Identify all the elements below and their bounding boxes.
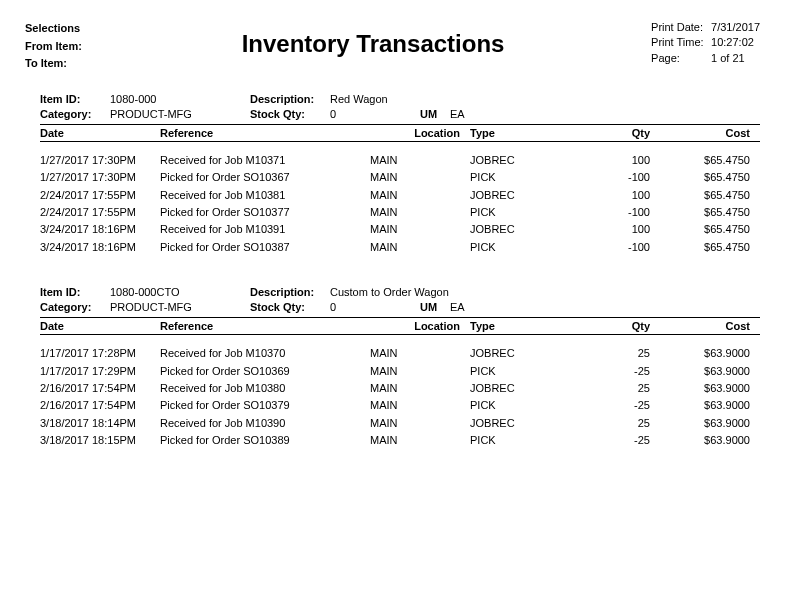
description-value: Custom to Order Wagon (330, 286, 449, 298)
cell-cost: $63.9000 (650, 433, 750, 448)
um-label: UM (420, 108, 450, 120)
cell-reference: Received for Job M10390 (160, 416, 370, 431)
table-row: 2/24/2017 17:55PMReceived for Job M10381… (40, 187, 760, 204)
col-qty: Qty (570, 127, 650, 139)
item-id-label: Item ID: (40, 286, 110, 298)
cell-qty: 100 (570, 188, 650, 203)
cell-cost: $63.9000 (650, 398, 750, 413)
item-meta: Item ID:1080-000Description:Red WagonCat… (25, 93, 760, 120)
col-type: Type (470, 127, 570, 139)
cell-date: 2/24/2017 17:55PM (40, 205, 160, 220)
cell-qty: -25 (570, 364, 650, 379)
cell-cost: $63.9000 (650, 346, 750, 361)
cell-location: MAIN (370, 346, 470, 361)
stock-qty-label: Stock Qty: (250, 301, 330, 313)
cell-type: PICK (470, 433, 570, 448)
cell-qty: 25 (570, 346, 650, 361)
item-block: Item ID:1080-000CTODescription:Custom to… (25, 286, 760, 449)
cell-reference: Received for Job M10381 (160, 188, 370, 203)
page-label: Page: (651, 51, 711, 66)
cell-reference: Received for Job M10370 (160, 346, 370, 361)
table-row: 3/24/2017 18:16PMReceived for Job M10391… (40, 221, 760, 238)
cell-reference: Picked for Order SO10369 (160, 364, 370, 379)
cell-type: PICK (470, 240, 570, 255)
cell-date: 3/24/2017 18:16PM (40, 240, 160, 255)
cell-qty: 25 (570, 381, 650, 396)
cell-reference: Picked for Order SO10389 (160, 433, 370, 448)
report-header: Selections From Item: To Item: Inventory… (25, 20, 760, 73)
col-location: Location (370, 127, 470, 139)
print-time-label: Print Time: (651, 35, 711, 50)
cell-reference: Received for Job M10391 (160, 222, 370, 237)
from-item-label: From Item: (25, 38, 95, 56)
col-type: Type (470, 320, 570, 332)
cell-qty: -25 (570, 433, 650, 448)
cell-date: 2/16/2017 17:54PM (40, 398, 160, 413)
cell-reference: Picked for Order SO10387 (160, 240, 370, 255)
column-header-row: DateReferenceLocationTypeQtyCost (40, 317, 760, 335)
cell-date: 3/18/2017 18:15PM (40, 433, 160, 448)
table-row: 2/24/2017 17:55PMPicked for Order SO1037… (40, 204, 760, 221)
col-reference: Reference (160, 320, 370, 332)
cell-type: JOBREC (470, 381, 570, 396)
cell-cost: $65.4750 (650, 205, 750, 220)
table-row: 2/16/2017 17:54PMPicked for Order SO1037… (40, 397, 760, 414)
table-row: 3/18/2017 18:15PMPicked for Order SO1038… (40, 432, 760, 449)
print-info: Print Date: 7/31/2017 Print Time: 10:27:… (651, 20, 760, 66)
category-value: PRODUCT-MFG (110, 301, 250, 313)
cell-type: JOBREC (470, 188, 570, 203)
cell-reference: Picked for Order SO10367 (160, 170, 370, 185)
item-meta: Item ID:1080-000CTODescription:Custom to… (25, 286, 760, 313)
table-row: 2/16/2017 17:54PMReceived for Job M10380… (40, 380, 760, 397)
description-value: Red Wagon (330, 93, 388, 105)
cell-qty: 100 (570, 153, 650, 168)
col-location: Location (370, 320, 470, 332)
print-time-value: 10:27:02 (711, 35, 754, 50)
table-row: 3/24/2017 18:16PMPicked for Order SO1038… (40, 239, 760, 256)
selections-block: Selections From Item: To Item: (25, 20, 95, 73)
cell-reference: Picked for Order SO10377 (160, 205, 370, 220)
cell-qty: -25 (570, 398, 650, 413)
table-row: 1/17/2017 17:28PMReceived for Job M10370… (40, 345, 760, 362)
table-row: 1/17/2017 17:29PMPicked for Order SO1036… (40, 363, 760, 380)
report-title: Inventory Transactions (95, 30, 651, 58)
table-wrap: DateReferenceLocationTypeQtyCost1/27/201… (25, 124, 760, 256)
cell-cost: $65.4750 (650, 170, 750, 185)
cell-location: MAIN (370, 433, 470, 448)
um-value: EA (450, 301, 465, 313)
cell-cost: $65.4750 (650, 188, 750, 203)
table-wrap: DateReferenceLocationTypeQtyCost1/17/201… (25, 317, 760, 449)
category-label: Category: (40, 108, 110, 120)
cell-qty: -100 (570, 240, 650, 255)
cell-qty: 100 (570, 222, 650, 237)
to-item-label: To Item: (25, 55, 95, 73)
cell-location: MAIN (370, 170, 470, 185)
col-cost: Cost (650, 320, 750, 332)
cell-date: 2/16/2017 17:54PM (40, 381, 160, 396)
category-label: Category: (40, 301, 110, 313)
cell-date: 1/27/2017 17:30PM (40, 153, 160, 168)
cell-location: MAIN (370, 205, 470, 220)
stock-qty-value: 0 (330, 108, 420, 120)
cell-location: MAIN (370, 416, 470, 431)
um-label: UM (420, 301, 450, 313)
stock-qty-value: 0 (330, 301, 420, 313)
table-row: 1/27/2017 17:30PMPicked for Order SO1036… (40, 169, 760, 186)
col-reference: Reference (160, 127, 370, 139)
cell-cost: $65.4750 (650, 222, 750, 237)
cell-type: JOBREC (470, 222, 570, 237)
item-id-label: Item ID: (40, 93, 110, 105)
cell-type: PICK (470, 398, 570, 413)
print-date-value: 7/31/2017 (711, 20, 760, 35)
cell-cost: $63.9000 (650, 364, 750, 379)
column-header-row: DateReferenceLocationTypeQtyCost (40, 124, 760, 142)
cell-type: PICK (470, 364, 570, 379)
cell-location: MAIN (370, 381, 470, 396)
item-id-value: 1080-000CTO (110, 286, 250, 298)
cell-location: MAIN (370, 240, 470, 255)
um-value: EA (450, 108, 465, 120)
cell-type: PICK (470, 170, 570, 185)
cell-reference: Received for Job M10371 (160, 153, 370, 168)
cell-date: 1/27/2017 17:30PM (40, 170, 160, 185)
cell-location: MAIN (370, 364, 470, 379)
